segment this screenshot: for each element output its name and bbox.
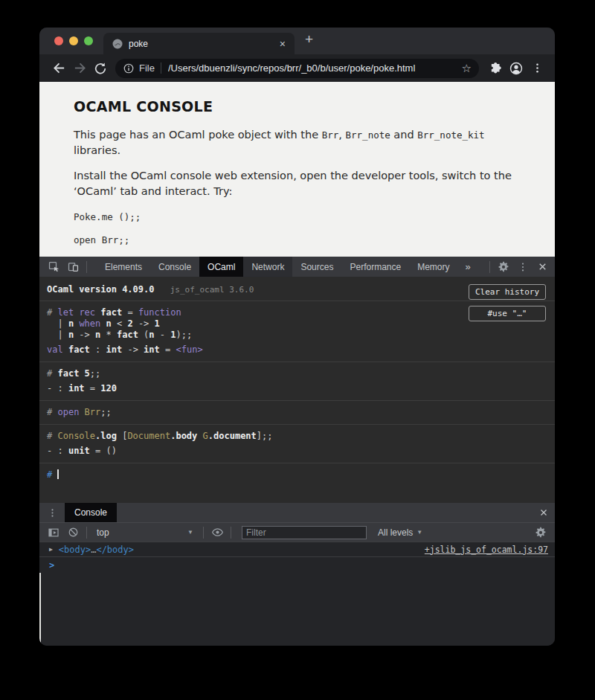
- tab-favicon-icon: [112, 39, 123, 49]
- tab-strip: poke × +: [39, 28, 555, 54]
- traffic-lights: [39, 28, 103, 54]
- code-snippet: open Brr;;: [74, 234, 525, 245]
- url-scheme-label: File: [139, 62, 155, 74]
- page-title: OCAML CONSOLE: [74, 98, 525, 115]
- tab-ocaml[interactable]: OCaml: [199, 257, 243, 277]
- ocaml-panel-buttons: Clear history #use "…": [469, 284, 546, 321]
- drawer-close-icon[interactable]: [538, 507, 549, 518]
- repl-entry: #: [39, 463, 555, 487]
- toolbar-divider: [489, 261, 490, 273]
- drawer-menu-icon[interactable]: [39, 507, 61, 518]
- tab-close-icon[interactable]: ×: [277, 39, 289, 49]
- browser-toolbar: File /Users/dbuenzli/sync/repos/brr/_b0/…: [39, 54, 555, 82]
- element-tag-open[interactable]: <body>: [59, 545, 91, 555]
- back-icon[interactable]: [48, 58, 69, 79]
- toolbar-divider: [86, 261, 87, 273]
- device-toolbar-icon[interactable]: [63, 257, 83, 277]
- code-snippets: Poke.me ();;open Brr;;Console.log [Docum…: [74, 211, 525, 257]
- ocaml-panel: OCaml version 4.09.0 js_of_ocaml 3.6.0 C…: [39, 277, 555, 503]
- devtools-actions: [486, 257, 555, 277]
- new-tab-button[interactable]: +: [295, 32, 313, 50]
- filter-input[interactable]: [242, 526, 367, 539]
- tab-sources[interactable]: Sources: [292, 257, 341, 277]
- inline-code: Brr_note: [346, 129, 390, 141]
- clear-history-button[interactable]: Clear history: [469, 284, 546, 300]
- console-prompt-chevron: >: [49, 560, 54, 571]
- use-file-button[interactable]: #use "…": [469, 306, 546, 321]
- repl-line: # fact 5;;: [47, 368, 547, 379]
- inline-code: Brr: [322, 129, 339, 141]
- zoom-window-button[interactable]: [84, 36, 93, 45]
- log-levels-label: All levels: [378, 527, 413, 538]
- console-settings-gear-icon[interactable]: [531, 523, 550, 542]
- repl-line: | n -> n * fact (n - 1);;: [47, 330, 547, 341]
- extensions-puzzle-icon[interactable]: [485, 58, 506, 79]
- repl-entry: # fact 5;;- : int = 120: [39, 362, 555, 401]
- ocaml-version: OCaml version 4.09.0: [47, 284, 155, 295]
- repl-line: - : int = 120: [47, 383, 547, 394]
- bookmark-star-icon[interactable]: ☆: [462, 62, 472, 75]
- tab-title: poke: [129, 39, 277, 49]
- browser-window: poke × + File /Users/dbuenzli/sync/repos…: [39, 28, 555, 646]
- toolbar-divider: [203, 527, 204, 539]
- url-bar[interactable]: File /Users/dbuenzli/sync/repos/brr/_b0/…: [115, 59, 479, 78]
- ocaml-repl[interactable]: # let rec fact = function | n when n < 2…: [39, 301, 555, 487]
- devtools-close-icon[interactable]: [533, 257, 552, 277]
- intro-paragraph: This page has an OCaml poke object with …: [74, 127, 525, 158]
- devtools-tab-bar: ElementsConsoleOCamlNetworkSourcesPerfor…: [39, 257, 555, 277]
- url-divider: [161, 62, 161, 74]
- tab-memory[interactable]: Memory: [409, 257, 457, 277]
- console-empty-area[interactable]: [39, 573, 555, 646]
- text-cursor: [57, 469, 59, 479]
- repl-line: #: [47, 469, 547, 481]
- devtools-menu-icon[interactable]: [513, 257, 533, 277]
- forward-icon[interactable]: [69, 58, 90, 79]
- console-messages: ▶ <body> … </body> +jslib_js_of_ocaml.js…: [39, 542, 555, 646]
- repl-line: # open Brr;;: [47, 407, 547, 418]
- more-tabs-icon[interactable]: »: [458, 261, 478, 272]
- console-message-row[interactable]: ▶ <body> … </body> +jslib_js_of_ocaml.js…: [39, 542, 555, 557]
- console-drawer-header: Console: [39, 503, 555, 522]
- tab-elements[interactable]: Elements: [97, 257, 150, 277]
- devtools-tabs: ElementsConsoleOCamlNetworkSourcesPerfor…: [97, 257, 458, 277]
- console-sidebar-icon[interactable]: [44, 523, 63, 542]
- inspect-element-icon[interactable]: [44, 257, 63, 277]
- inline-code: Brr_note_kit: [417, 129, 484, 141]
- repl-entry: # Console.log [Document.body G.document]…: [39, 425, 555, 463]
- live-expression-eye-icon[interactable]: [208, 523, 227, 542]
- repl-line: # Console.log [Document.body G.document]…: [47, 431, 547, 442]
- close-window-button[interactable]: [54, 36, 63, 45]
- jsoo-version: js_of_ocaml 3.6.0: [170, 285, 254, 295]
- clear-console-icon[interactable]: [63, 523, 83, 542]
- console-toolbar: top ▼ All levels ▼: [39, 522, 555, 542]
- element-ellipsis: …: [91, 545, 96, 555]
- profile-avatar-icon[interactable]: [506, 58, 527, 79]
- context-label: top: [97, 527, 109, 538]
- chevron-down-icon: ▼: [416, 529, 422, 536]
- tab-performance[interactable]: Performance: [341, 257, 409, 277]
- install-paragraph: Install the OCaml console web extension,…: [74, 168, 525, 199]
- element-tag-close[interactable]: </body>: [96, 545, 134, 555]
- repl-line: - : unit = (): [47, 446, 547, 457]
- minimize-window-button[interactable]: [69, 36, 78, 45]
- repl-entry: # open Brr;;: [39, 401, 555, 425]
- chevron-down-icon: ▼: [187, 529, 193, 536]
- web-page: OCAML CONSOLE This page has an OCaml pok…: [39, 82, 555, 257]
- browser-tab[interactable]: poke ×: [103, 33, 295, 54]
- reload-icon[interactable]: [90, 58, 111, 79]
- tab-console[interactable]: Console: [150, 257, 199, 277]
- code-snippet: Poke.me ();;: [74, 211, 525, 222]
- toolbar-divider: [231, 527, 231, 539]
- expand-triangle-icon[interactable]: ▶: [49, 546, 53, 553]
- info-icon[interactable]: [123, 62, 135, 74]
- browser-menu-icon[interactable]: [527, 58, 547, 79]
- log-levels-selector[interactable]: All levels ▼: [378, 527, 422, 538]
- settings-gear-icon[interactable]: [494, 257, 513, 277]
- url-path[interactable]: /Users/dbuenzli/sync/repos/brr/_b0/b/use…: [168, 62, 456, 74]
- source-location-link[interactable]: +jslib_js_of_ocaml.js:97: [425, 545, 548, 555]
- tab-console-drawer[interactable]: Console: [65, 503, 117, 522]
- console-prompt-row[interactable]: >: [39, 557, 555, 573]
- tab-network[interactable]: Network: [243, 257, 292, 277]
- context-selector[interactable]: top ▼: [97, 527, 193, 538]
- repl-line: val fact : int -> int = <fun>: [47, 344, 547, 356]
